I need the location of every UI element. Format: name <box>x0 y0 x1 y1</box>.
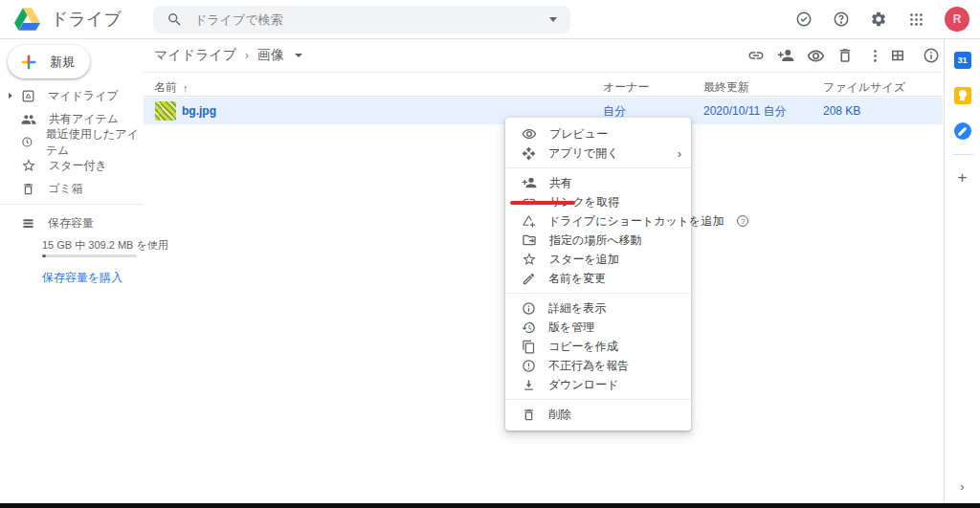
menu-divider <box>505 167 691 168</box>
delete-button[interactable] <box>834 44 857 67</box>
column-header-size[interactable]: ファイルサイズ <box>823 79 905 96</box>
offline-status-icon[interactable] <box>792 8 815 31</box>
menu-divider <box>505 293 691 294</box>
report-abuse-icon <box>522 359 536 373</box>
column-header-modified[interactable]: 最終更新 <box>703 79 749 96</box>
grid-view-button[interactable] <box>886 44 909 67</box>
search-bar[interactable]: ドライブで検索 <box>153 6 570 33</box>
file-modified: 2020/10/11 自分 <box>703 98 787 124</box>
column-header-owner[interactable]: オーナー <box>603 79 650 96</box>
help-icon[interactable] <box>830 8 853 31</box>
menu-item-make-copy[interactable]: コピーを作成 <box>505 337 691 356</box>
file-name[interactable]: bg.jpg <box>182 98 216 124</box>
search-icon <box>167 11 183 28</box>
sidebar-item-label: スター付き <box>49 158 107 174</box>
view-toolbar <box>886 44 943 67</box>
copy-icon <box>522 340 536 354</box>
my-drive-icon <box>21 89 35 103</box>
breadcrumb-current[interactable]: 画像 <box>257 47 284 64</box>
preview-button[interactable] <box>804 44 827 67</box>
file-table-header: 名前 ↑ オーナー 最終更新 ファイルサイズ <box>144 79 943 95</box>
avatar[interactable]: R <box>945 7 969 32</box>
sort-ascending-icon[interactable]: ↑ <box>183 82 189 94</box>
google-drive-window: ドライブ ドライブで検索 <box>0 0 980 508</box>
screen-bottom-edge <box>0 503 980 508</box>
side-panel-strip: 31 + › <box>944 39 980 503</box>
folder-menu-caret-icon[interactable] <box>295 54 302 57</box>
trash-icon <box>21 182 35 196</box>
expand-caret-icon[interactable] <box>9 93 12 99</box>
version-history-icon <box>522 320 536 335</box>
menu-item-move-to[interactable]: 指定の場所へ移動 <box>505 231 691 250</box>
menu-item-download[interactable]: ダウンロード <box>505 375 691 394</box>
shortcut-help-icon[interactable]: ? <box>737 215 748 227</box>
sidebar-item-storage[interactable]: 保存容量 <box>0 211 144 234</box>
sidebar-item-label: マイドライブ <box>48 88 119 104</box>
sidebar-item-label: ゴミ箱 <box>48 181 83 197</box>
add-shortcut-drive-icon <box>522 214 536 229</box>
download-icon <box>522 378 536 392</box>
storage-label: 保存容量 <box>48 215 94 232</box>
tasks-icon[interactable] <box>954 122 971 140</box>
breadcrumb: マイドライブ › 画像 <box>154 47 302 64</box>
menu-item-manage-versions[interactable]: 版を管理 <box>505 318 691 337</box>
search-options-caret-icon[interactable] <box>549 17 557 22</box>
star-icon <box>522 252 537 267</box>
menu-item-add-shortcut[interactable]: ドライブにショートカットを追加 ? <box>505 211 691 231</box>
search-input[interactable]: ドライブで検索 <box>194 11 538 29</box>
menu-item-share[interactable]: 共有 <box>505 173 691 192</box>
file-thumbnail <box>155 101 176 121</box>
sidebar-item-trash[interactable]: ゴミ箱 <box>0 178 144 201</box>
table-header-divider <box>144 96 943 97</box>
menu-item-preview[interactable]: プレビュー <box>505 124 691 144</box>
details-info-button[interactable] <box>920 44 943 67</box>
multicolor-plus-icon <box>18 52 39 73</box>
file-action-toolbar <box>745 44 886 67</box>
submenu-arrow-icon: › <box>678 146 681 161</box>
expand-panel-chevron-icon[interactable]: › <box>960 479 964 494</box>
menu-item-add-star[interactable]: スターを追加 <box>505 250 691 269</box>
open-with-icon <box>522 146 536 161</box>
keep-icon[interactable] <box>954 87 971 104</box>
menu-divider <box>505 399 691 400</box>
info-icon <box>522 301 536 316</box>
add-addon-plus-icon[interactable]: + <box>958 169 968 186</box>
sidebar-item-label: 共有アイテム <box>49 111 119 127</box>
drive-logo-home[interactable]: ドライブ <box>14 0 122 38</box>
rename-pencil-icon <box>522 272 536 286</box>
move-folder-icon <box>522 232 537 248</box>
breadcrumb-root[interactable]: マイドライブ <box>154 47 236 64</box>
strip-divider <box>952 154 973 155</box>
menu-item-rename[interactable]: 名前を変更 <box>505 269 691 288</box>
settings-gear-icon[interactable] <box>867 8 890 31</box>
red-underline-annotation <box>510 201 575 205</box>
menu-item-report-abuse[interactable]: 不正行為を報告 <box>505 356 691 375</box>
new-button-label: 新規 <box>50 54 75 71</box>
calendar-icon[interactable]: 31 <box>954 52 971 69</box>
app-title: ドライブ <box>51 8 122 31</box>
get-link-button[interactable] <box>745 44 768 67</box>
toolbar-divider <box>144 72 943 73</box>
menu-item-open-with[interactable]: アプリで開く › <box>505 144 691 163</box>
shared-people-icon <box>21 112 36 127</box>
add-people-icon <box>522 175 537 190</box>
storage-progress-bar <box>42 254 137 257</box>
share-button[interactable] <box>774 44 797 67</box>
more-actions-button[interactable] <box>863 44 886 67</box>
menu-item-delete[interactable]: 削除 <box>505 405 691 424</box>
new-button[interactable]: 新規 <box>8 45 90 78</box>
column-header-name[interactable]: 名前 ↑ <box>154 79 189 96</box>
context-menu: プレビュー アプリで開く › 共有 リンクを取得 ドライブにショートカットを追加… <box>505 118 691 431</box>
storage-usage-text: 15 GB 中 309.2 MB を使用 <box>42 238 168 253</box>
trash-icon <box>522 408 536 422</box>
sidebar-item-recent[interactable]: 最近使用したアイテム <box>0 131 144 154</box>
recent-clock-icon <box>21 135 33 149</box>
menu-item-view-details[interactable]: 詳細を表示 <box>505 298 691 318</box>
sidebar-divider <box>0 204 144 205</box>
sidebar-nav: マイドライブ 共有アイテム 最近使用したアイテム スター付き ゴミ箱 <box>0 84 144 201</box>
buy-storage-link[interactable]: 保存容量を購入 <box>42 270 122 286</box>
app-bar: ドライブ ドライブで検索 <box>0 0 980 39</box>
sidebar-item-starred[interactable]: スター付き <box>0 154 144 177</box>
apps-grid-icon[interactable] <box>904 8 927 31</box>
sidebar-item-my-drive[interactable]: マイドライブ <box>0 84 144 107</box>
